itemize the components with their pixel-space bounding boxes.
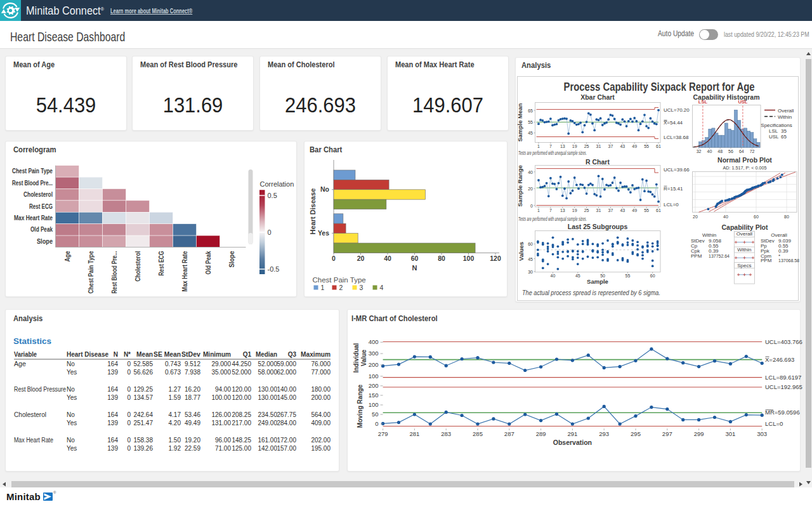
svg-text:Minimum: Minimum: [203, 351, 231, 358]
svg-text:USL: USL: [769, 134, 779, 140]
svg-text:Normal Prob Plot: Normal Prob Plot: [717, 156, 772, 164]
svg-text:284.00: 284.00: [277, 420, 296, 426]
svg-text:200: 200: [369, 361, 379, 368]
svg-text:40: 40: [707, 149, 712, 154]
svg-text:94.00: 94.00: [215, 386, 231, 393]
svg-text:48: 48: [717, 149, 723, 154]
svg-text:80: 80: [438, 255, 445, 262]
svg-text:289: 289: [536, 430, 546, 437]
svg-text:0: 0: [127, 394, 131, 401]
svg-text:120.00: 120.00: [232, 386, 251, 393]
svg-text:139: 139: [107, 445, 118, 452]
svg-text:139: 139: [107, 420, 118, 426]
svg-text:283: 283: [441, 430, 451, 437]
svg-text:43: 43: [620, 208, 625, 213]
svg-text:Within: Within: [737, 247, 751, 253]
svg-text:1: 1: [537, 208, 540, 213]
svg-text:LCL=38.68: LCL=38.68: [664, 135, 689, 140]
svg-text:19: 19: [572, 144, 577, 149]
svg-text:R=15.41: R=15.41: [664, 186, 683, 192]
svg-text:2: 2: [339, 284, 343, 291]
svg-text:56.626: 56.626: [133, 369, 153, 376]
svg-text:55: 55: [644, 208, 649, 213]
svg-text:65: 65: [528, 109, 533, 113]
svg-text:150: 150: [369, 392, 379, 399]
svg-text:242.64: 242.64: [133, 411, 153, 418]
svg-text:18.77: 18.77: [185, 394, 200, 401]
svg-text:295: 295: [631, 430, 641, 437]
svg-text:Chest Pain Type: Chest Pain Type: [12, 167, 53, 175]
svg-text:148.25: 148.25: [232, 437, 251, 444]
svg-text:Observation: Observation: [553, 439, 592, 446]
svg-text:Specs: Specs: [737, 263, 751, 268]
svg-text:60: 60: [528, 242, 533, 246]
svg-text:Maximum: Maximum: [301, 351, 331, 358]
svg-text:100: 100: [369, 401, 379, 408]
svg-text:251.47: 251.47: [133, 420, 153, 426]
svg-text:1.50: 1.50: [169, 437, 181, 444]
svg-text:52.000: 52.000: [258, 360, 277, 367]
svg-text:Cholesterol: Cholesterol: [14, 411, 46, 418]
svg-text:0.673: 0.673: [165, 369, 181, 376]
svg-text:Yes: Yes: [67, 445, 77, 452]
svg-text:29.000: 29.000: [211, 360, 231, 367]
svg-text:Overall: Overall: [737, 231, 753, 237]
svg-text:UCL=70.20: UCL=70.20: [664, 107, 690, 113]
svg-text:285: 285: [473, 430, 483, 437]
svg-text:20: 20: [693, 215, 698, 219]
svg-text:LCL=89.6197: LCL=89.6197: [765, 374, 801, 381]
svg-text:0: 0: [127, 411, 131, 418]
svg-text:37: 37: [608, 208, 613, 213]
svg-text:Sample Range: Sample Range: [516, 165, 523, 206]
svg-text:Specifications: Specifications: [761, 122, 792, 128]
svg-text:30: 30: [528, 270, 533, 274]
svg-text:291: 291: [567, 430, 577, 437]
svg-text:40: 40: [384, 255, 391, 262]
svg-text:Mean: Mean: [136, 351, 153, 358]
svg-text:145.00: 145.00: [277, 394, 296, 401]
svg-text:16.20: 16.20: [185, 386, 200, 393]
svg-text:130.00: 130.00: [258, 386, 277, 393]
svg-text:No: No: [67, 360, 75, 367]
svg-text:120: 120: [490, 255, 501, 262]
svg-text:56: 56: [728, 149, 733, 154]
svg-text:No: No: [67, 411, 75, 418]
svg-text:137752.64: 137752.64: [709, 253, 730, 259]
svg-text:40: 40: [551, 274, 556, 278]
svg-text:131.00: 131.00: [211, 420, 231, 426]
svg-text:281: 281: [409, 430, 419, 437]
svg-text:Yes: Yes: [67, 394, 77, 401]
svg-text:Xbar Chart: Xbar Chart: [580, 93, 615, 101]
svg-text:40: 40: [723, 215, 728, 219]
svg-text:0: 0: [127, 386, 131, 393]
svg-text:564.00: 564.00: [311, 411, 331, 418]
svg-text:13: 13: [560, 144, 565, 149]
svg-text:120.00: 120.00: [232, 394, 251, 401]
svg-text:1.27: 1.27: [169, 386, 181, 393]
svg-text:Tests are performed with unequ: Tests are performed with unequal sample …: [518, 150, 587, 156]
svg-text:Median: Median: [256, 351, 277, 358]
svg-text:The actual process spread is r: The actual process spread is represented…: [522, 289, 660, 296]
svg-text:22.59: 22.59: [185, 445, 200, 452]
svg-text:25: 25: [584, 208, 589, 213]
svg-text:52.000: 52.000: [232, 369, 251, 376]
svg-text:55: 55: [644, 144, 649, 149]
svg-text:53.46: 53.46: [185, 411, 200, 418]
svg-text:32: 32: [697, 149, 702, 154]
svg-text:129.25: 129.25: [133, 386, 153, 393]
svg-text:N: N: [412, 264, 417, 272]
svg-text:Yes: Yes: [67, 369, 77, 376]
svg-text:Yes: Yes: [67, 420, 77, 426]
svg-text:40: 40: [528, 170, 533, 175]
svg-text:7.938: 7.938: [185, 369, 200, 376]
svg-text:Within: Within: [702, 232, 716, 238]
svg-text:139: 139: [107, 394, 118, 401]
svg-text:Capability Plot: Capability Plot: [722, 223, 768, 231]
svg-text:58.000: 58.000: [258, 369, 277, 376]
svg-text:R Chart: R Chart: [586, 158, 610, 166]
svg-text:Sample: Sample: [587, 278, 608, 285]
svg-text:Max Heart Rate: Max Heart Rate: [14, 214, 53, 221]
svg-text:25: 25: [584, 144, 589, 149]
svg-text:299: 299: [694, 430, 704, 437]
svg-text:45: 45: [528, 131, 533, 135]
